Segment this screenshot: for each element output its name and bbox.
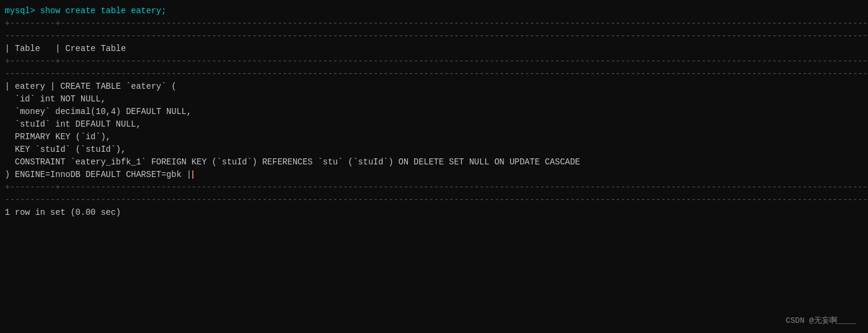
terminal-line: ----------------------------------------…	[0, 30, 868, 43]
terminal-line: KEY `stuId` (`stuId`),	[0, 143, 868, 156]
terminal-line: +---------+-----------------------------…	[0, 181, 868, 194]
terminal-line: `id` int NOT NULL,	[0, 93, 868, 106]
terminal-line: ----------------------------------------…	[0, 68, 868, 80]
terminal-line: ----------------------------------------…	[0, 194, 868, 206]
terminal-line: PRIMARY KEY (`id`),	[0, 131, 868, 143]
terminal-line: 1 row in set (0.00 sec)	[0, 206, 868, 219]
terminal-line: ) ENGINE=InnoDB DEFAULT CHARSET=gbk |	[0, 169, 868, 181]
watermark: CSDN @无妄啊____	[786, 315, 856, 326]
terminal-line: +---------+-----------------------------…	[0, 55, 868, 68]
terminal-line: | eatery | CREATE TABLE `eatery` (	[0, 80, 868, 93]
terminal-line: `money` decimal(10,4) DEFAULT NULL,	[0, 106, 868, 118]
terminal-line: +---------+-----------------------------…	[0, 17, 868, 30]
terminal-line: `stuId` int DEFAULT NULL,	[0, 118, 868, 131]
terminal-window: mysql> show create table eatery;+-------…	[0, 0, 868, 333]
terminal-line: mysql> show create table eatery;	[0, 5, 868, 17]
terminal-line: | Table | Create Table	[0, 43, 868, 55]
terminal-cursor	[192, 170, 193, 179]
terminal-line: CONSTRAINT `eatery_ibfk_1` FOREIGN KEY (…	[0, 156, 868, 169]
